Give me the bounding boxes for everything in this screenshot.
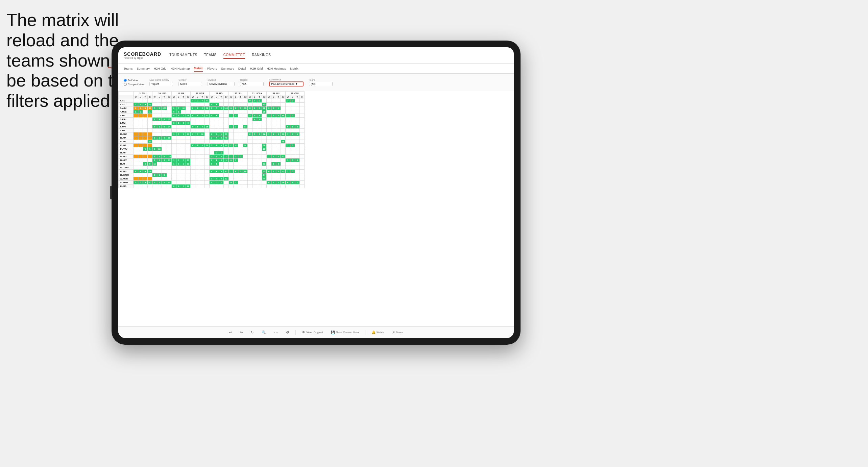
column-header-row: 3. ASU 10. UW 11. UA 22. UCB 24. UO 27. … (119, 92, 305, 95)
table-row: 18. U 20 11 10011 01 13 10 (119, 162, 305, 166)
nav-items: TOURNAMENTS TEAMS COMMITTEE RANKINGS (169, 52, 271, 59)
logo-area: SCOREBOARD Powered by clippd (124, 51, 161, 59)
uo-l: L (214, 95, 219, 99)
row-label-um: 7. UM (119, 121, 134, 125)
ucla-t: T (257, 95, 262, 99)
col-header-ucb: 22. UCB (191, 92, 210, 95)
region-select[interactable]: N/A (All) (240, 82, 264, 86)
share-label: Share (396, 331, 403, 334)
gender-label: Gender (178, 79, 202, 81)
bottom-toolbar: ↩ ↪ ↻ 🔍 − + ⏱ 👁 View: Original (118, 326, 514, 338)
max-teams-label: Max teams in view (149, 79, 173, 81)
table-row: 1. AU 20027 010 10 (119, 99, 305, 103)
max-teams-select[interactable]: Top 25 Top 50 All (149, 82, 173, 86)
ucla-dif: Dif (262, 95, 267, 99)
row-label-ucb22: 22. UCB (119, 177, 134, 181)
asu-w: W (134, 95, 138, 99)
uo-w: W (210, 95, 214, 99)
ua-w: W (172, 95, 176, 99)
conference-select[interactable]: Pac-12 Conference ▼ (All) (269, 81, 304, 87)
row-label-ua11: 11. UA (119, 136, 134, 140)
zoom-controls[interactable]: − + (272, 330, 280, 335)
row-label-u18: 18. U (119, 162, 134, 166)
uw-t: T (162, 95, 167, 99)
share-button[interactable]: ↗ Share (390, 330, 405, 335)
subnav-summary1[interactable]: Summary (137, 66, 150, 72)
table-row: 9. UA (119, 129, 305, 132)
team-label: Team (309, 79, 333, 81)
row-label-tamu: 19. TAMU (119, 166, 134, 170)
asu-t: T (143, 95, 148, 99)
toolbar-separator2 (365, 330, 365, 335)
subnav-h2h-heatmap1[interactable]: H2H Heatmap (171, 66, 190, 72)
row-label-ug: 20. UG (119, 170, 134, 173)
table-row: 23. UNM 200-21 20025 001 01 01118 011 (119, 181, 305, 185)
team-select[interactable]: (All) (309, 82, 333, 86)
subnav-teams[interactable]: Teams (124, 66, 133, 72)
max-teams-filter: Max teams in view Top 25 Top 50 All (149, 79, 173, 86)
subnav-h2h-grid1[interactable]: H2H Grid (154, 66, 167, 72)
logo-title: SCOREBOARD (124, 51, 161, 57)
subnav-h2h-grid2[interactable]: H2H Grid (250, 66, 263, 72)
view-original-button[interactable]: 👁 View: Original (300, 330, 325, 335)
gender-filter: Gender Men's Women's (178, 79, 202, 86)
table-row: 5. UT 01035 01022 01 11 201 11040 10 (119, 114, 305, 118)
full-view-radio[interactable]: Full View (124, 79, 144, 82)
watch-button[interactable]: 🔔 Watch (369, 330, 386, 335)
col-header-uo: 24. UO (210, 92, 229, 95)
save-icon: 💾 (331, 330, 335, 334)
subnav-matrix2[interactable]: Matrix (290, 66, 298, 72)
undo-button[interactable]: ↩ (227, 330, 234, 335)
osu-dif: D (300, 95, 305, 99)
zoom-out-button[interactable]: 🔍 (260, 330, 268, 335)
row-label-uw10: 10. UW (119, 132, 134, 136)
ucla-w: W (248, 95, 252, 99)
ua-t: T (181, 95, 186, 99)
table-row: 14. TTU 21 122 29 (119, 147, 305, 151)
subnav-players[interactable]: Players (207, 66, 217, 72)
table-row: 6. FSU 14035 01 (119, 118, 305, 121)
subnav-matrix1[interactable]: Matrix (194, 65, 203, 72)
nav-committee[interactable]: COMMITTEE (223, 52, 245, 59)
nav-teams[interactable]: TEAMS (204, 52, 217, 59)
division-select[interactable]: NCAA Division I NCAA Division II (208, 82, 235, 86)
clock-button[interactable]: ⏱ (284, 330, 291, 335)
gender-select[interactable]: Men's Women's (178, 82, 202, 86)
uw-l: L (157, 95, 162, 99)
subnav-detail[interactable]: Detail (238, 66, 246, 72)
matrix-content[interactable]: 3. ASU 10. UW 11. UA 22. UCB 24. UO 27. … (118, 91, 514, 326)
save-custom-button[interactable]: 💾 Save Custom View (329, 330, 361, 335)
undo-icon: ↩ (229, 330, 232, 334)
share-icon: ↗ (392, 330, 395, 334)
redo-button[interactable]: ↪ (238, 330, 245, 335)
subnav-summary2[interactable]: Summary (221, 66, 234, 72)
compact-view-radio[interactable]: Compact View (124, 83, 144, 86)
tablet-frame: SCOREBOARD Powered by clippd TOURNAMENTS… (112, 41, 521, 345)
clock-icon: ⏱ (286, 330, 289, 334)
col-header-osu: 57. OSU (286, 92, 305, 95)
zoom-out-icon: 🔍 (262, 330, 266, 334)
ucb-t: T (200, 95, 205, 99)
division-label: Division (208, 79, 235, 81)
osu-w: W (286, 95, 290, 99)
table-row: 7. UM 0100 (119, 121, 305, 125)
nav-rankings[interactable]: RANKINGS (252, 52, 271, 59)
view-original-label: View: Original (306, 331, 323, 334)
col-header-uu: 54. UU (267, 92, 286, 95)
tablet-side-button[interactable] (110, 186, 112, 199)
col-header-su: 27. SU (229, 92, 248, 95)
asu-l: L (138, 95, 143, 99)
sub-nav: Teams Summary H2H Grid H2H Heatmap Matri… (118, 64, 514, 74)
nav-tournaments[interactable]: TOURNAMENTS (169, 52, 197, 59)
refresh-button[interactable]: ↻ (249, 330, 256, 335)
row-label-uo24: 24. UO (119, 185, 134, 188)
uw-w: W (152, 95, 157, 99)
col-header-asu: 3. ASU (134, 92, 152, 95)
ucb-dif: Dif (205, 95, 210, 99)
table-row: 3. ASU 04080 50120 2048 01052 600160 600… (119, 106, 305, 110)
row-label-unm: 23. UNM (119, 181, 134, 185)
watch-label: Watch (377, 331, 384, 334)
uu-dif: Dif (281, 95, 286, 99)
uu-t: T (276, 95, 281, 99)
subnav-h2h-heatmap2[interactable]: H2H Heatmap (267, 66, 286, 72)
